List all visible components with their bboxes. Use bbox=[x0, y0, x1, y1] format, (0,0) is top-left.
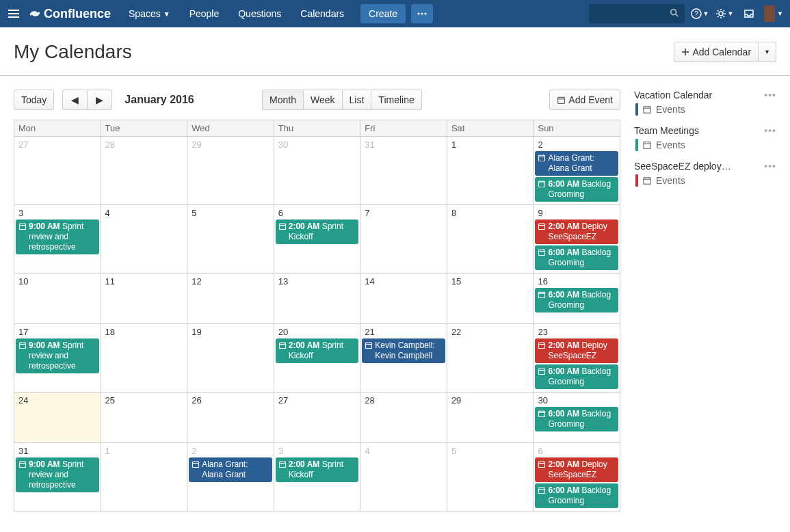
day-cell[interactable]: 62:00 AM Sprint Kickoff bbox=[274, 205, 361, 274]
calendar-options-button[interactable]: ••• bbox=[764, 125, 776, 136]
nav-questions[interactable]: Questions bbox=[230, 0, 289, 27]
nav-spaces[interactable]: Spaces ▼ bbox=[120, 0, 179, 27]
day-cell[interactable]: 15 bbox=[447, 274, 534, 324]
day-cell[interactable]: 21Kevin Campbell: Kevin Campbell bbox=[360, 324, 447, 393]
settings-button[interactable]: ▼ bbox=[715, 4, 734, 23]
day-cell[interactable]: 12 bbox=[187, 274, 274, 324]
sidebar-event-type[interactable]: Events bbox=[634, 139, 776, 151]
create-button[interactable]: Create bbox=[360, 4, 406, 23]
day-cell[interactable]: 19 bbox=[187, 324, 274, 393]
add-calendar-dropdown[interactable]: ▼ bbox=[759, 42, 776, 62]
day-cell[interactable]: 8 bbox=[447, 205, 534, 274]
help-button[interactable]: ? ▼ bbox=[690, 4, 709, 23]
day-cell[interactable]: 2Alana Grant: Alana Grant bbox=[187, 443, 274, 511]
day-cell[interactable]: 29 bbox=[447, 393, 534, 443]
caret-down-icon: ▼ bbox=[777, 10, 783, 17]
day-cell[interactable]: 30 bbox=[274, 137, 361, 205]
calendar-event[interactable]: 6:00 AM Backlog Grooming bbox=[535, 483, 618, 508]
day-cell[interactable]: 306:00 AM Backlog Grooming bbox=[534, 393, 620, 443]
day-cell[interactable]: 232:00 AM Deploy SeeSpaceEZ6:00 AM Backl… bbox=[534, 324, 620, 393]
day-cell[interactable]: 5 bbox=[447, 443, 534, 511]
calendar-event[interactable]: 2:00 AM Sprint Kickoff bbox=[276, 220, 359, 244]
profile-button[interactable]: ▼ bbox=[764, 4, 783, 23]
calendar-options-button[interactable]: ••• bbox=[764, 161, 776, 172]
calendar-event[interactable]: 2:00 AM Deploy SeeSpaceEZ bbox=[535, 338, 618, 363]
calendar-event[interactable]: Alana Grant: Alana Grant bbox=[189, 457, 272, 482]
calendar-event[interactable]: 6:00 AM Backlog Grooming bbox=[535, 407, 618, 431]
calendar-icon bbox=[365, 341, 373, 349]
day-cell[interactable]: 18 bbox=[101, 324, 188, 393]
calendar-event[interactable]: 2:00 AM Sprint Kickoff bbox=[276, 457, 359, 482]
day-cell[interactable]: 24 bbox=[14, 393, 101, 443]
day-cell[interactable]: 31 bbox=[360, 137, 447, 205]
calendar-event[interactable]: 6:00 AM Backlog Grooming bbox=[535, 177, 618, 202]
sidebar-calendar-name[interactable]: Vacation Calendar bbox=[634, 90, 712, 101]
day-cell[interactable]: 26 bbox=[187, 393, 274, 443]
nav-spaces-label: Spaces bbox=[129, 8, 161, 19]
calendar-event[interactable]: 6:00 AM Backlog Grooming bbox=[535, 288, 618, 312]
day-cell[interactable]: 13 bbox=[274, 274, 361, 324]
day-cell[interactable]: 179:00 AM Sprint review and retrospectiv… bbox=[14, 324, 101, 393]
day-cell[interactable]: 32:00 AM Sprint Kickoff bbox=[274, 443, 361, 511]
day-cell[interactable]: 92:00 AM Deploy SeeSpaceEZ6:00 AM Backlo… bbox=[534, 205, 620, 274]
calendar-event[interactable]: 2:00 AM Deploy SeeSpaceEZ bbox=[535, 457, 618, 482]
day-cell[interactable]: 7 bbox=[360, 205, 447, 274]
menu-icon[interactable] bbox=[7, 5, 23, 22]
calendar-event[interactable]: Kevin Campbell: Kevin Campbell bbox=[362, 338, 445, 363]
inbox-button[interactable] bbox=[739, 4, 759, 23]
today-button[interactable]: Today bbox=[14, 90, 54, 110]
view-month[interactable]: Month bbox=[262, 90, 304, 110]
view-list[interactable]: List bbox=[343, 90, 372, 110]
logo-text: Confluence bbox=[44, 7, 111, 21]
add-calendar-button[interactable]: Add Calendar bbox=[674, 42, 759, 62]
day-cell[interactable]: 27 bbox=[274, 393, 361, 443]
calendar-event[interactable]: 2:00 AM Deploy SeeSpaceEZ bbox=[535, 220, 618, 244]
sidebar-calendar-name[interactable]: SeeSpaceEZ deploy… bbox=[634, 161, 731, 172]
day-cell[interactable]: 39:00 AM Sprint review and retrospective bbox=[14, 205, 101, 274]
calendar-event[interactable]: 9:00 AM Sprint review and retrospective bbox=[16, 338, 99, 373]
day-cell[interactable]: 27 bbox=[14, 137, 101, 205]
day-cell[interactable]: 4 bbox=[101, 205, 188, 274]
add-event-button[interactable]: Add Event bbox=[549, 90, 620, 110]
day-cell[interactable]: 14 bbox=[360, 274, 447, 324]
day-cell[interactable]: 10 bbox=[14, 274, 101, 324]
day-cell[interactable]: 25 bbox=[101, 393, 188, 443]
calendar-event[interactable]: Alana Grant: Alana Grant bbox=[535, 151, 618, 176]
day-cell[interactable]: 166:00 AM Backlog Grooming bbox=[534, 274, 620, 324]
day-cell[interactable]: 29 bbox=[187, 137, 274, 205]
prev-button[interactable]: ◀ bbox=[62, 90, 88, 110]
day-number: 7 bbox=[362, 207, 445, 218]
day-cell[interactable]: 4 bbox=[360, 443, 447, 511]
calendar-event[interactable]: 6:00 AM Backlog Grooming bbox=[535, 245, 618, 270]
sidebar-event-type[interactable]: Events bbox=[634, 103, 776, 116]
day-cell[interactable]: 28 bbox=[360, 393, 447, 443]
day-cell[interactable]: 1 bbox=[101, 443, 188, 511]
nav-people-label: People bbox=[189, 8, 220, 19]
nav-people[interactable]: People bbox=[181, 0, 228, 27]
day-cell[interactable]: 22 bbox=[447, 324, 534, 393]
confluence-logo[interactable]: Confluence bbox=[29, 7, 111, 21]
calendar-event[interactable]: 9:00 AM Sprint review and retrospective bbox=[16, 220, 99, 254]
calendar-options-button[interactable]: ••• bbox=[764, 90, 776, 101]
day-cell[interactable]: 319:00 AM Sprint review and retrospectiv… bbox=[14, 443, 101, 511]
day-cell[interactable]: 202:00 AM Sprint Kickoff bbox=[274, 324, 361, 393]
view-week[interactable]: Week bbox=[304, 90, 343, 110]
svg-rect-25 bbox=[539, 462, 545, 467]
next-button[interactable]: ▶ bbox=[88, 90, 112, 110]
day-cell[interactable]: 1 bbox=[447, 137, 534, 205]
nav-calendars[interactable]: Calendars bbox=[292, 0, 352, 27]
day-cell[interactable]: 2Alana Grant: Alana Grant6:00 AM Backlog… bbox=[534, 137, 620, 205]
day-cell[interactable]: 5 bbox=[187, 205, 274, 274]
calendar-event[interactable]: 6:00 AM Backlog Grooming bbox=[535, 364, 618, 389]
day-cell[interactable]: 62:00 AM Deploy SeeSpaceEZ6:00 AM Backlo… bbox=[534, 443, 620, 511]
view-timeline[interactable]: Timeline bbox=[371, 90, 421, 110]
calendar-event[interactable]: 2:00 AM Sprint Kickoff bbox=[276, 338, 359, 363]
calendar-event[interactable]: 9:00 AM Sprint review and retrospective bbox=[16, 457, 99, 492]
more-button[interactable] bbox=[411, 4, 433, 23]
sidebar-calendar-name[interactable]: Team Meetings bbox=[634, 125, 699, 136]
sidebar-event-type[interactable]: Events bbox=[634, 174, 776, 187]
day-cell[interactable]: 11 bbox=[101, 274, 188, 324]
day-number: 3 bbox=[16, 207, 99, 218]
day-cell[interactable]: 28 bbox=[101, 137, 188, 205]
weekday-label: Sat bbox=[447, 120, 534, 137]
